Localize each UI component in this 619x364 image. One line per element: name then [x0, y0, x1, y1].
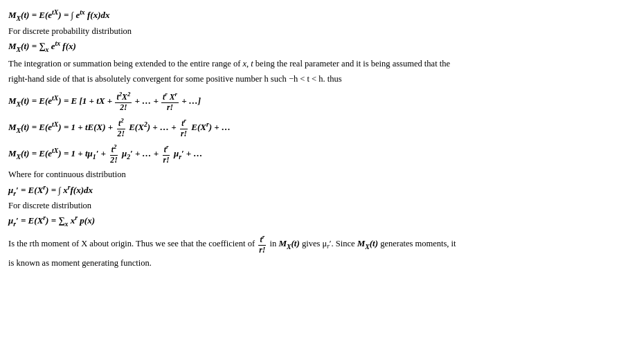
- conclusion-line-2: is known as moment generating function.: [8, 258, 611, 269]
- text-description-1: The integration or summation being exten…: [8, 57, 611, 71]
- formula-mgf-discrete: MX(t) = ∑x etx f(x): [8, 39, 611, 53]
- discrete-label-1: For discrete probability distribution: [8, 26, 611, 37]
- formula-mgf-continuous: MX(t) = E(etX) = ∫ etx f(x)dx: [8, 8, 611, 22]
- formula-moment-discrete: μr′ = E(Xr) = ∑x xr p(x): [8, 214, 611, 228]
- formula-moment-continuous: μr′ = E(Xr) = ∫ xrf(x)dx: [8, 183, 611, 197]
- conclusion-line-1: Is the rth moment of X about origin. Thu…: [8, 233, 611, 255]
- formula-expansion-1: MX(t) = E(etX) = E [1 + tX + t2X2 2! + ……: [8, 91, 611, 113]
- text-description-2: right-hand side of that is absolutely co…: [8, 73, 611, 86]
- formula-expansion-3: MX(t) = E(etX) = 1 + tμ1′ + t2 2! μ2′ + …: [8, 143, 611, 165]
- discrete-label-2: For discrete distribution: [8, 201, 611, 211]
- formula-text: MX(t) = E(etX) = ∫ etx f(x)dx: [8, 10, 110, 20]
- where-label: Where for continuous distribution: [8, 170, 611, 180]
- formula-expansion-2: MX(t) = E(etX) = 1 + tE(X) + t2 2! E(X2)…: [8, 117, 611, 139]
